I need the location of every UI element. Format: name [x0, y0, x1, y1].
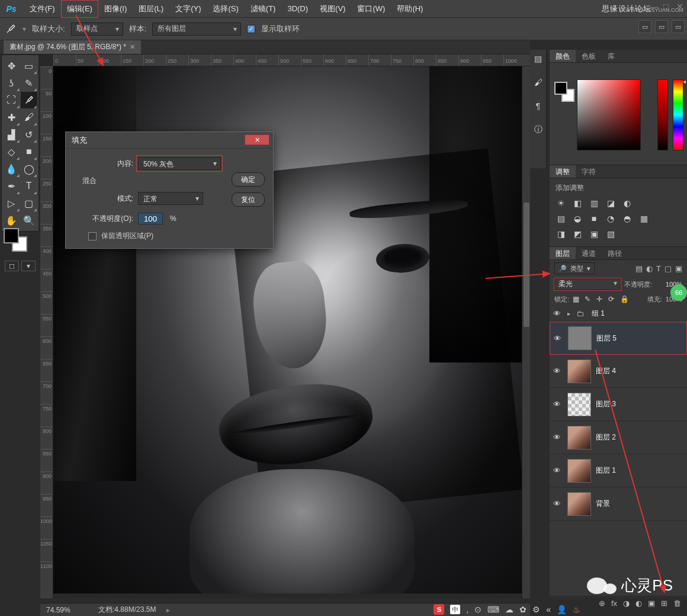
tab-channels[interactable]: 通道: [576, 247, 602, 259]
tab-adjustments[interactable]: 调整: [550, 165, 576, 178]
tool-dodge[interactable]: ◯: [21, 161, 38, 177]
menu-help[interactable]: 帮助(H): [391, 0, 429, 18]
layer-name[interactable]: 图层 4: [596, 366, 616, 376]
visibility-icon[interactable]: 👁: [553, 309, 563, 318]
menu-file[interactable]: 文件(F): [24, 0, 61, 18]
layer-thumbnail[interactable]: [567, 492, 591, 516]
filter-type-icon[interactable]: T: [656, 264, 661, 273]
fx-icon[interactable]: fx: [611, 599, 617, 608]
layer-row[interactable]: 👁 图层 4: [550, 355, 687, 388]
tool-eyedropper[interactable]: [21, 92, 38, 108]
tray-icon[interactable]: 👤: [557, 605, 567, 614]
group-name[interactable]: 组 1: [592, 309, 605, 319]
sample-size-select[interactable]: 取样点: [71, 23, 123, 36]
tool-healing[interactable]: ✚: [3, 109, 20, 126]
tray-icon[interactable]: ✿: [519, 605, 527, 614]
lock-all-icon[interactable]: 🔒: [620, 295, 628, 303]
lock-paint-icon[interactable]: ✎: [585, 295, 593, 303]
tool-history-brush[interactable]: ↺: [21, 126, 38, 143]
sogou-ime-icon[interactable]: S: [434, 604, 444, 615]
tool-path-select[interactable]: ▷: [3, 195, 20, 211]
filter-adjust-icon[interactable]: ◐: [646, 264, 653, 273]
menu-view[interactable]: 视图(V): [314, 0, 351, 18]
visibility-icon[interactable]: 👁: [553, 400, 563, 409]
preserve-transparency-checkbox[interactable]: [88, 232, 97, 240]
menu-3d[interactable]: 3D(D): [281, 1, 314, 17]
screen-mode-button[interactable]: ▾: [21, 261, 36, 271]
adj-photo-icon[interactable]: ◔: [605, 213, 616, 224]
layer-name[interactable]: 图层 5: [596, 333, 617, 344]
value-strip[interactable]: [657, 79, 668, 150]
menu-filter[interactable]: 滤镜(T): [245, 0, 282, 18]
chevron-right-icon[interactable]: ▸: [567, 310, 570, 317]
adj-lut-icon[interactable]: ▦: [638, 213, 649, 224]
menu-type[interactable]: 文字(Y): [169, 0, 207, 18]
tray-icon[interactable]: ,: [466, 605, 468, 614]
lock-pos-icon[interactable]: ✛: [596, 295, 605, 303]
tool-quick-select[interactable]: ✎: [21, 75, 38, 91]
tray-icon[interactable]: ⚙: [532, 605, 540, 614]
layer-name[interactable]: 图层 1: [596, 466, 616, 476]
tab-layers[interactable]: 图层: [550, 247, 576, 259]
new-layer-icon[interactable]: ⊞: [661, 599, 667, 608]
layer-row[interactable]: 👁 图层 3: [550, 388, 687, 421]
adj-threshold-icon[interactable]: ▣: [589, 229, 599, 239]
scroll-thumb[interactable]: [524, 203, 529, 327]
tab-color[interactable]: 颜色: [550, 50, 576, 62]
history-panel-icon[interactable]: ▤: [533, 53, 544, 64]
window-restore-icon[interactable]: □: [663, 3, 670, 10]
tray-icon[interactable]: ♨: [573, 605, 580, 614]
menu-edit[interactable]: 编辑(E): [61, 0, 98, 18]
document-tab[interactable]: 素材.jpg @ 74.6% (图层 5, RGB/8*) * ✕: [4, 40, 141, 54]
filter-shape-icon[interactable]: ▢: [664, 264, 672, 273]
visibility-icon[interactable]: 👁: [553, 367, 563, 376]
brush-panel-icon[interactable]: 🖌: [533, 77, 544, 88]
layer-thumbnail[interactable]: [568, 326, 592, 350]
lock-nest-icon[interactable]: ⟳: [608, 295, 617, 303]
tool-rectangle[interactable]: ▢: [21, 195, 38, 211]
tool-blur[interactable]: 💧: [3, 161, 20, 177]
tool-move[interactable]: ✥: [3, 57, 20, 74]
link-layers-icon[interactable]: ⊕: [599, 599, 605, 608]
layer-name[interactable]: 图层 3: [596, 399, 616, 409]
layer-thumbnail[interactable]: [567, 360, 591, 383]
tool-pen[interactable]: ✒: [3, 178, 20, 194]
paragraph-panel-icon[interactable]: ¶: [533, 101, 544, 111]
window-close-icon[interactable]: ✕: [676, 3, 683, 10]
visibility-icon[interactable]: 👁: [554, 334, 563, 343]
adjustment-icon[interactable]: ◐: [635, 599, 642, 608]
sample-scope-select[interactable]: 所有图层: [152, 23, 241, 36]
foreground-background-swatches[interactable]: [4, 228, 27, 252]
visibility-icon[interactable]: 👁: [553, 466, 563, 475]
adj-vibrance-icon[interactable]: ◐: [622, 198, 633, 208]
menu-layer[interactable]: 图层(L): [133, 0, 169, 18]
adj-levels-icon[interactable]: ◧: [572, 198, 583, 208]
dialog-close-button[interactable]: ✕: [245, 134, 269, 145]
tray-chevron-icon[interactable]: «: [546, 605, 551, 614]
tool-type[interactable]: T: [21, 178, 38, 194]
tab-library[interactable]: 库: [602, 50, 621, 62]
eyedropper-icon[interactable]: [5, 23, 17, 35]
tool-lasso[interactable]: ʖ: [3, 75, 20, 91]
tool-brush[interactable]: 🖌: [21, 109, 38, 126]
adj-brightness-icon[interactable]: ☀: [556, 198, 566, 208]
filter-pixel-icon[interactable]: ▤: [635, 264, 643, 273]
tab-swatch[interactable]: 色板: [576, 50, 602, 62]
layer-row[interactable]: 👁 图层 5: [550, 322, 687, 355]
window-minimize-icon[interactable]: —: [650, 3, 657, 10]
tray-icon[interactable]: ⊙: [474, 605, 481, 614]
tray-icon[interactable]: ⌨: [487, 605, 499, 614]
panel-toggle-1[interactable]: ▭: [638, 20, 651, 33]
tool-crop[interactable]: ⛶: [3, 92, 20, 108]
group-new-icon[interactable]: ▣: [648, 599, 655, 608]
tool-hand[interactable]: ✋: [3, 212, 20, 229]
mask-icon[interactable]: ◑: [623, 599, 630, 608]
adj-invert-icon[interactable]: ◨: [556, 229, 566, 239]
close-icon[interactable]: ✕: [130, 43, 135, 51]
tool-zoom[interactable]: 🔍: [21, 212, 38, 229]
layer-thumbnail[interactable]: [567, 393, 591, 416]
tool-stamp[interactable]: ▟: [3, 126, 20, 143]
visibility-icon[interactable]: 👁: [553, 433, 563, 442]
trash-icon[interactable]: 🗑: [673, 599, 681, 608]
vertical-scrollbar[interactable]: [522, 66, 530, 598]
